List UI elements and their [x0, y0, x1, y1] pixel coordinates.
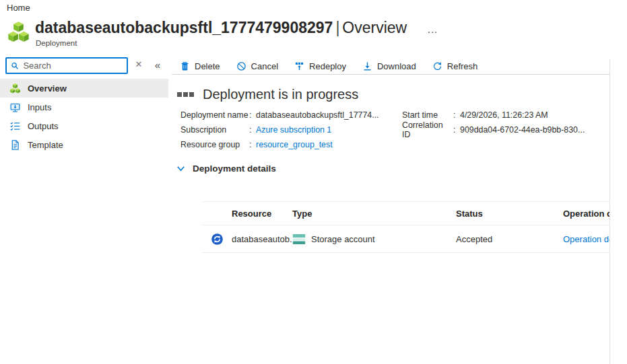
resource-group-link[interactable]: resource_group_test [256, 140, 333, 149]
resource-column-header: Resource [232, 209, 292, 219]
deployment-cubes-icon [7, 20, 30, 44]
page-title: databaseautobackupsftl_1777479908297|Ove… [35, 19, 407, 37]
cancel-button[interactable]: Cancel [230, 59, 284, 73]
sidebar-menu: Overview Inputs [0, 79, 168, 154]
redeploy-icon [294, 61, 304, 71]
sidebar-item-label: Inputs [28, 102, 51, 112]
info-label: Resource group [180, 140, 249, 149]
row-status-icon-cell [202, 233, 232, 246]
info-row-subscription: Subscription : Azure subscription 1 [180, 122, 379, 137]
cancel-icon [236, 61, 246, 71]
status-heading-text: Deployment is in progress [203, 87, 358, 102]
resource-type-subtitle: Deployment [36, 39, 77, 47]
info-colon: : [453, 125, 460, 135]
subscription-link[interactable]: Azure subscription 1 [256, 125, 331, 135]
trash-icon [180, 61, 190, 71]
correlation-id-value: 909dda04-6702-44ea-b9bb-830... [460, 125, 585, 135]
download-icon [362, 61, 372, 71]
search-input[interactable] [23, 61, 123, 71]
info-label: Deployment name [180, 110, 249, 120]
info-row-deployment-name: Deployment name : databaseautobackupsftl… [180, 108, 379, 122]
search-icon [11, 61, 19, 71]
refresh-button[interactable]: Refresh [426, 59, 484, 73]
status-column-header: Status [456, 209, 563, 219]
details-toggle-label: Deployment details [193, 163, 276, 174]
info-label: Correlation ID [402, 120, 453, 139]
sidebar-search-box[interactable] [5, 57, 128, 74]
toolbar-label: Redeploy [309, 61, 346, 71]
sidebar: ✕ « Overview Inputs [0, 57, 168, 154]
info-colon: : [249, 125, 256, 135]
info-label: Start time [402, 110, 453, 120]
sidebar-item-label: Outputs [28, 121, 59, 131]
inputs-icon [9, 102, 21, 113]
sidebar-item-inputs[interactable]: Inputs [0, 98, 168, 116]
deployment-name-title: databaseautobackupsftl_1777479908297 [35, 19, 333, 36]
deployment-details-toggle[interactable]: Deployment details [176, 163, 276, 174]
redeploy-button[interactable]: Redeploy [288, 59, 352, 73]
chevron-down-icon [176, 163, 186, 174]
info-colon: : [453, 110, 460, 120]
operation-details-column-header: Operation details [563, 209, 609, 219]
in-progress-icon [177, 92, 194, 97]
sidebar-item-template[interactable]: Template [0, 135, 168, 154]
table-row: databaseautob... Storage account Accepte… [202, 225, 609, 253]
title-separator: | [333, 19, 342, 36]
download-button[interactable]: Download [356, 59, 422, 73]
table-header-row: Resource Type Status Operation details [202, 201, 609, 225]
more-options-icon[interactable]: … [423, 22, 442, 37]
outputs-icon [9, 120, 21, 132]
info-row-resource-group: Resource group : resource_group_test [180, 137, 379, 152]
delete-button[interactable]: Delete [174, 59, 226, 73]
refresh-icon [432, 61, 442, 71]
template-icon [9, 139, 21, 151]
resource-type-cell: Storage account [292, 233, 456, 245]
command-bar: Delete Cancel Redeploy [174, 57, 609, 75]
deployment-cubes-icon [9, 83, 21, 94]
info-colon: : [249, 110, 256, 120]
azure-portal-deployment-page: Home databaseautobackupsftl_177747990829… [0, 0, 627, 364]
operation-details-link-text[interactable]: Operation details [563, 234, 609, 244]
operation-details-link[interactable]: Operation details [563, 234, 609, 244]
deployment-info-right: Start time : 4/29/2026, 11:26:23 AM Corr… [402, 108, 585, 137]
title-view-label: Overview [342, 19, 407, 36]
info-row-correlation-id: Correlation ID : 909dda04-6702-44ea-b9bb… [402, 122, 585, 137]
resource-status-cell: Accepted [456, 234, 563, 244]
info-label: Subscription [180, 125, 249, 135]
sidebar-item-outputs[interactable]: Outputs [0, 116, 168, 135]
sidebar-item-label: Overview [28, 83, 67, 94]
deployment-name-value: databaseautobackupsftl_17774... [256, 110, 379, 120]
sidebar-item-overview[interactable]: Overview [0, 79, 168, 98]
toolbar-divider [172, 74, 609, 75]
deployment-resources-table: Resource Type Status Operation details d… [202, 201, 609, 253]
toolbar-label: Download [377, 61, 416, 71]
sidebar-collapse-icon[interactable]: « [151, 59, 164, 71]
breadcrumb-home-link[interactable]: Home [7, 3, 30, 13]
toolbar-label: Refresh [447, 61, 478, 71]
toolbar-label: Cancel [251, 61, 278, 71]
search-clear-icon[interactable]: ✕ [132, 59, 145, 69]
toolbar-label: Delete [195, 61, 220, 71]
resource-type-label: Storage account [311, 234, 375, 244]
info-colon: : [249, 140, 256, 149]
sidebar-item-label: Template [28, 140, 63, 150]
start-time-value: 4/29/2026, 11:26:23 AM [460, 110, 548, 120]
resource-name-cell[interactable]: databaseautob... [232, 234, 292, 244]
content-right-divider [609, 59, 610, 364]
type-column-header: Type [292, 209, 456, 219]
deployment-status-heading: Deployment is in progress [177, 87, 358, 102]
storage-account-icon [292, 233, 306, 245]
in-progress-spinner-icon [211, 233, 224, 246]
deployment-info-left: Deployment name : databaseautobackupsftl… [180, 108, 379, 152]
